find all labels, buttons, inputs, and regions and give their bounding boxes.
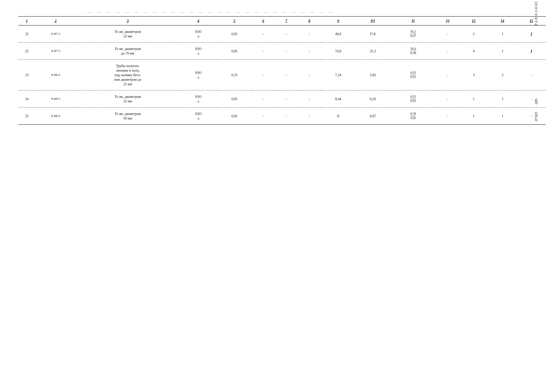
col-header-11: II [390,16,436,25]
row-col13: 4 [459,42,488,60]
row-code: 8-4I7-2 [35,25,76,42]
row-col11: 0,I3 0,05 [390,90,436,107]
row-col14: 2 [488,60,517,90]
row-col12: - [436,60,459,90]
row-desc: То же, диаметромдо 70 мм [76,42,180,60]
row-col5: 0,05 [217,25,252,42]
row-col11: 0,39 0,I6 [390,107,436,124]
table-row: 23 8-4I8-4 Трубы полиэти-леновые в полу,… [18,60,546,90]
row-code: 8-4I8-4 [35,60,76,90]
row-col11: I9,2 6,07 [390,25,436,42]
row-col13: I [459,90,488,107]
row-col5: 0,05 [217,90,252,107]
row-col8: - [298,25,321,42]
page-container: — — — — — — — — — — — — — — — — — — — — … [8,0,549,132]
row-col13: 3 [459,60,488,90]
col-header-4: 4 [180,16,217,25]
doc-ref-top: Т·п·816·2-6·63 [534,2,539,26]
row-col9: II [321,107,356,124]
col-header-2: 2 [35,16,76,25]
doc-ref-bottom: 07/8/5 [534,112,539,121]
row-col12: - [436,90,459,107]
row-col4: IOO м [180,90,217,107]
table-row: 24 8-4I8-5 То же, диаметром32 мм IOO м 0… [18,90,546,107]
row-col7: - [275,90,298,107]
row-desc: Трубы полиэти-леновые в полу,под заливку… [76,60,180,90]
col-header-7: 7 [275,16,298,25]
col-header-14: I4 [488,16,517,25]
row-col4: IOO м [180,107,217,124]
row-col9: 49,8 [321,25,356,42]
row-col14: I [488,25,517,42]
row-col12: - [436,42,459,60]
row-col14: I [488,42,517,60]
row-col15: I [517,42,546,60]
col-header-3: 3 [76,16,180,25]
page-number: · 189 · [534,97,539,106]
row-col11: 0,I3 0,05 [390,60,436,90]
row-num: 22 [18,42,35,60]
row-col12: - [436,25,459,42]
row-col10: 6,67 [356,107,390,124]
row-col12: - [436,107,459,124]
row-desc: То же, диаметром50 мм [76,107,180,124]
main-table: I 2 3 4 5 6 7 8 9 IO II I2 I3 I4 I5 2I 8… [18,16,546,125]
row-col7: - [275,107,298,124]
row-col15: - [517,60,546,90]
col-header-9: 9 [321,16,356,25]
row-col14: I [488,90,517,107]
row-col10: I7,8 [356,25,390,42]
top-dashes: — — — — — — — — — — — — — — — — — — — — … [88,10,335,15]
row-col7: - [275,25,298,42]
row-col6: - [252,42,275,60]
col-header-6: 6 [252,16,275,25]
row-col4: IOO м [180,25,217,42]
row-num: 2I [18,25,35,42]
row-col11: 26,6 8,38 [390,42,436,60]
col-header-5: 5 [217,16,252,25]
row-col10: 6,26 [356,90,390,107]
col-header-13: I3 [459,16,488,25]
row-col6: - [252,107,275,124]
col-header-8: 8 [298,16,321,25]
table-row: 22 8-4I7-3 То же, диаметромдо 70 мм IOO … [18,42,546,60]
row-col6: - [252,90,275,107]
row-col5: 0,05 [217,42,252,60]
row-col4: IOO м [180,60,217,90]
row-col7: - [275,42,298,60]
row-col13: I [459,107,488,124]
row-col4: IOO м [180,42,217,60]
row-col9: 8,44 [321,90,356,107]
row-col8: - [298,60,321,90]
row-col13: 2 [459,25,488,42]
row-col10: 25,3 [356,42,390,60]
row-col14: I [488,107,517,124]
row-code: 8-4I8-5 [35,90,76,107]
row-col8: - [298,107,321,124]
row-num: 23 [18,60,35,90]
top-dashes-row: — — — — — — — — — — — — — — — — — — — — … [18,10,546,15]
row-col7: - [275,60,298,90]
row-col6: - [252,60,275,90]
row-num: 25 [18,107,35,124]
row-code: 8-4I7-3 [35,42,76,60]
row-desc: То же, диаметром32 мм [76,90,180,107]
row-col5: 0,35 [217,60,252,90]
col-header-10: IO [356,16,390,25]
row-col8: - [298,90,321,107]
row-desc: То же, диаметром32 мм [76,25,180,42]
table-row: 2I 8-4I7-2 То же, диаметром32 мм IOO м 0… [18,25,546,42]
row-col10: 5,83 [356,60,390,90]
row-col6: - [252,25,275,42]
row-col8: - [298,42,321,60]
row-col9: 74,8 [321,42,356,60]
row-code: 8-4I8-6 [35,107,76,124]
row-num: 24 [18,90,35,107]
row-col15: I [517,25,546,42]
row-col9: 7,24 [321,60,356,90]
col-header-12: I2 [436,16,459,25]
table-row: 25 8-4I8-6 То же, диаметром50 мм IOO м 0… [18,107,546,124]
col-header-1: I [18,16,35,25]
row-col5: 0,05 [217,107,252,124]
table-header-row: I 2 3 4 5 6 7 8 9 IO II I2 I3 I4 I5 [18,16,546,25]
